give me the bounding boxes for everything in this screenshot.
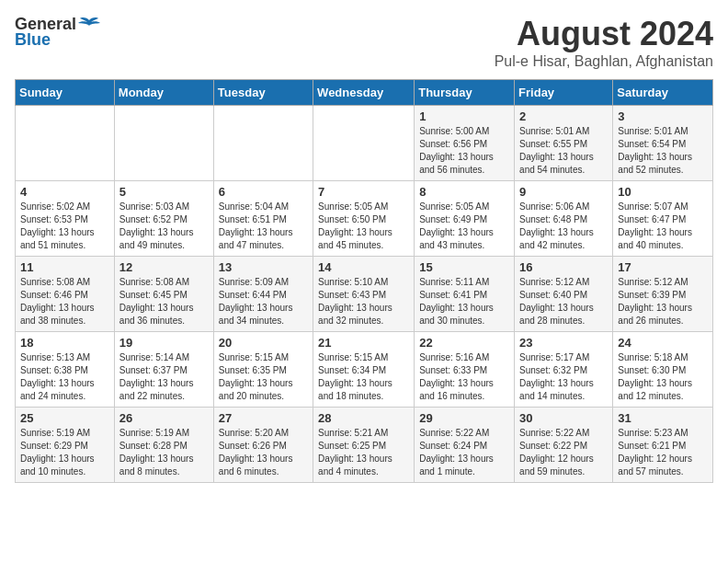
day-number: 1 (419, 109, 509, 123)
day-cell (16, 106, 115, 181)
calendar-table: SundayMondayTuesdayWednesdayThursdayFrid… (15, 79, 713, 483)
day-cell: 6Sunrise: 5:04 AM Sunset: 6:51 PM Daylig… (213, 181, 313, 257)
day-number: 21 (318, 336, 409, 350)
day-info: Sunrise: 5:05 AM Sunset: 6:50 PM Dayligh… (318, 201, 409, 252)
week-row-4: 18Sunrise: 5:13 AM Sunset: 6:38 PM Dayli… (16, 332, 713, 408)
day-info: Sunrise: 5:09 AM Sunset: 6:44 PM Dayligh… (219, 276, 308, 327)
day-info: Sunrise: 5:01 AM Sunset: 6:54 PM Dayligh… (618, 125, 708, 177)
day-cell: 18Sunrise: 5:13 AM Sunset: 6:38 PM Dayli… (16, 332, 115, 408)
day-info: Sunrise: 5:08 AM Sunset: 6:45 PM Dayligh… (119, 276, 209, 327)
day-number: 31 (618, 411, 708, 425)
title-area: August 2024 Pul-e Hisar, Baghlan, Afghan… (495, 15, 713, 70)
day-cell: 19Sunrise: 5:14 AM Sunset: 6:37 PM Dayli… (114, 332, 213, 408)
day-number: 6 (219, 185, 308, 199)
day-cell (114, 106, 213, 181)
day-cell (213, 106, 313, 181)
day-cell: 14Sunrise: 5:10 AM Sunset: 6:43 PM Dayli… (313, 257, 415, 332)
day-cell: 29Sunrise: 5:22 AM Sunset: 6:24 PM Dayli… (415, 408, 515, 483)
weekday-header-tuesday: Tuesday (213, 80, 313, 106)
day-info: Sunrise: 5:18 AM Sunset: 6:30 PM Dayligh… (618, 351, 708, 403)
weekday-header-wednesday: Wednesday (313, 80, 415, 106)
day-info: Sunrise: 5:19 AM Sunset: 6:28 PM Dayligh… (119, 427, 209, 478)
day-number: 13 (219, 260, 308, 274)
day-number: 12 (119, 260, 209, 274)
weekday-header-row: SundayMondayTuesdayWednesdayThursdayFrid… (16, 80, 713, 106)
day-number: 15 (419, 260, 509, 274)
logo-bird-icon (78, 17, 100, 33)
day-info: Sunrise: 5:15 AM Sunset: 6:35 PM Dayligh… (219, 351, 308, 403)
day-info: Sunrise: 5:02 AM Sunset: 6:53 PM Dayligh… (20, 201, 109, 252)
day-number: 22 (419, 336, 509, 350)
day-number: 19 (119, 336, 209, 350)
day-number: 20 (219, 336, 308, 350)
day-number: 30 (519, 411, 608, 425)
day-cell: 20Sunrise: 5:15 AM Sunset: 6:35 PM Dayli… (213, 332, 313, 408)
day-cell: 1Sunrise: 5:00 AM Sunset: 6:56 PM Daylig… (415, 106, 515, 181)
day-cell: 3Sunrise: 5:01 AM Sunset: 6:54 PM Daylig… (613, 106, 713, 181)
day-info: Sunrise: 5:01 AM Sunset: 6:55 PM Dayligh… (519, 125, 608, 177)
day-cell: 22Sunrise: 5:16 AM Sunset: 6:33 PM Dayli… (415, 332, 515, 408)
day-number: 28 (318, 411, 409, 425)
day-info: Sunrise: 5:12 AM Sunset: 6:39 PM Dayligh… (618, 276, 708, 327)
day-number: 29 (419, 411, 509, 425)
logo: General Blue (15, 15, 100, 50)
weekday-header-sunday: Sunday (16, 80, 115, 106)
day-number: 16 (519, 260, 608, 274)
day-info: Sunrise: 5:12 AM Sunset: 6:40 PM Dayligh… (519, 276, 608, 327)
day-cell: 5Sunrise: 5:03 AM Sunset: 6:52 PM Daylig… (114, 181, 213, 257)
day-info: Sunrise: 5:03 AM Sunset: 6:52 PM Dayligh… (119, 201, 209, 252)
month-title: August 2024 (495, 15, 713, 53)
day-info: Sunrise: 5:06 AM Sunset: 6:48 PM Dayligh… (519, 201, 608, 252)
day-number: 23 (519, 336, 608, 350)
day-info: Sunrise: 5:13 AM Sunset: 6:38 PM Dayligh… (20, 351, 109, 403)
day-number: 17 (618, 260, 708, 274)
day-number: 7 (318, 185, 409, 199)
day-info: Sunrise: 5:17 AM Sunset: 6:32 PM Dayligh… (519, 351, 608, 403)
day-number: 4 (20, 185, 109, 199)
day-number: 11 (20, 260, 109, 274)
day-number: 26 (119, 411, 209, 425)
day-info: Sunrise: 5:00 AM Sunset: 6:56 PM Dayligh… (419, 125, 509, 177)
day-info: Sunrise: 5:19 AM Sunset: 6:29 PM Dayligh… (20, 427, 109, 478)
week-row-1: 1Sunrise: 5:00 AM Sunset: 6:56 PM Daylig… (16, 106, 713, 181)
day-cell: 31Sunrise: 5:23 AM Sunset: 6:21 PM Dayli… (613, 408, 713, 483)
header: General Blue August 2024 Pul-e Hisar, Ba… (15, 15, 713, 70)
day-number: 9 (519, 185, 608, 199)
day-number: 5 (119, 185, 209, 199)
day-cell: 28Sunrise: 5:21 AM Sunset: 6:25 PM Dayli… (313, 408, 415, 483)
day-cell: 8Sunrise: 5:05 AM Sunset: 6:49 PM Daylig… (415, 181, 515, 257)
week-row-2: 4Sunrise: 5:02 AM Sunset: 6:53 PM Daylig… (16, 181, 713, 257)
day-cell: 4Sunrise: 5:02 AM Sunset: 6:53 PM Daylig… (16, 181, 115, 257)
day-number: 8 (419, 185, 509, 199)
day-cell: 17Sunrise: 5:12 AM Sunset: 6:39 PM Dayli… (613, 257, 713, 332)
day-info: Sunrise: 5:11 AM Sunset: 6:41 PM Dayligh… (419, 276, 509, 327)
day-cell: 16Sunrise: 5:12 AM Sunset: 6:40 PM Dayli… (515, 257, 613, 332)
day-info: Sunrise: 5:21 AM Sunset: 6:25 PM Dayligh… (318, 427, 409, 478)
week-row-5: 25Sunrise: 5:19 AM Sunset: 6:29 PM Dayli… (16, 408, 713, 483)
day-number: 3 (618, 109, 708, 123)
day-number: 25 (20, 411, 109, 425)
weekday-header-monday: Monday (114, 80, 213, 106)
day-cell: 25Sunrise: 5:19 AM Sunset: 6:29 PM Dayli… (16, 408, 115, 483)
day-cell: 7Sunrise: 5:05 AM Sunset: 6:50 PM Daylig… (313, 181, 415, 257)
day-cell: 21Sunrise: 5:15 AM Sunset: 6:34 PM Dayli… (313, 332, 415, 408)
day-cell: 12Sunrise: 5:08 AM Sunset: 6:45 PM Dayli… (114, 257, 213, 332)
day-info: Sunrise: 5:15 AM Sunset: 6:34 PM Dayligh… (318, 351, 409, 403)
day-cell: 15Sunrise: 5:11 AM Sunset: 6:41 PM Dayli… (415, 257, 515, 332)
day-info: Sunrise: 5:05 AM Sunset: 6:49 PM Dayligh… (419, 201, 509, 252)
day-cell (313, 106, 415, 181)
day-info: Sunrise: 5:22 AM Sunset: 6:24 PM Dayligh… (419, 427, 509, 478)
weekday-header-saturday: Saturday (613, 80, 713, 106)
day-cell: 9Sunrise: 5:06 AM Sunset: 6:48 PM Daylig… (515, 181, 613, 257)
day-cell: 2Sunrise: 5:01 AM Sunset: 6:55 PM Daylig… (515, 106, 613, 181)
day-info: Sunrise: 5:16 AM Sunset: 6:33 PM Dayligh… (419, 351, 509, 403)
day-number: 2 (519, 109, 608, 123)
day-info: Sunrise: 5:22 AM Sunset: 6:22 PM Dayligh… (519, 427, 608, 478)
day-info: Sunrise: 5:07 AM Sunset: 6:47 PM Dayligh… (618, 201, 708, 252)
location-title: Pul-e Hisar, Baghlan, Afghanistan (495, 53, 713, 70)
logo-blue-text: Blue (15, 30, 51, 50)
day-info: Sunrise: 5:04 AM Sunset: 6:51 PM Dayligh… (219, 201, 308, 252)
day-cell: 10Sunrise: 5:07 AM Sunset: 6:47 PM Dayli… (613, 181, 713, 257)
week-row-3: 11Sunrise: 5:08 AM Sunset: 6:46 PM Dayli… (16, 257, 713, 332)
day-info: Sunrise: 5:23 AM Sunset: 6:21 PM Dayligh… (618, 427, 708, 478)
